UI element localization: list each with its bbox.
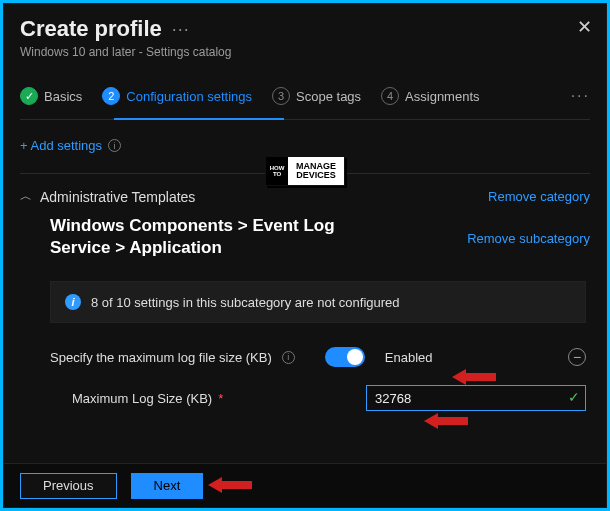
checkmark-icon bbox=[20, 87, 38, 105]
watermark-logo: HOW TO MANAGE DEVICES bbox=[265, 156, 345, 186]
remove-category-link[interactable]: Remove category bbox=[488, 189, 590, 204]
info-icon: i bbox=[65, 294, 81, 310]
required-asterisk: * bbox=[218, 391, 223, 406]
step-basics[interactable]: Basics bbox=[20, 87, 82, 105]
page-title: Create profile bbox=[20, 16, 162, 42]
title-more-icon[interactable]: ··· bbox=[172, 19, 190, 40]
step-label: Scope tags bbox=[296, 89, 361, 104]
logo-text: DEVICES bbox=[296, 171, 336, 180]
enabled-toggle[interactable] bbox=[325, 347, 365, 367]
add-settings-link[interactable]: + Add settings bbox=[20, 138, 102, 153]
active-step-underline bbox=[114, 118, 284, 120]
max-log-size-input[interactable] bbox=[366, 385, 586, 411]
category-title: Administrative Templates bbox=[40, 189, 195, 205]
info-icon[interactable]: i bbox=[108, 139, 121, 152]
step-label: Assignments bbox=[405, 89, 479, 104]
field-label: Maximum Log Size (KB) bbox=[72, 391, 212, 406]
close-icon[interactable]: ✕ bbox=[577, 16, 592, 38]
setting-label: Specify the maximum log file size (KB) bbox=[50, 350, 272, 365]
toggle-state-label: Enabled bbox=[385, 350, 433, 365]
logo-text: TO bbox=[273, 171, 281, 177]
svg-marker-0 bbox=[452, 369, 496, 385]
step-label: Configuration settings bbox=[126, 89, 252, 104]
step-number-icon: 3 bbox=[272, 87, 290, 105]
previous-button[interactable]: Previous bbox=[20, 473, 117, 499]
remove-setting-icon[interactable]: − bbox=[568, 348, 586, 366]
banner-text: 8 of 10 settings in this subcategory are… bbox=[91, 295, 400, 310]
wizard-steps: Basics 2 Configuration settings 3 Scope … bbox=[20, 87, 590, 120]
annotation-arrow-icon bbox=[424, 410, 468, 432]
step-configuration-settings[interactable]: 2 Configuration settings bbox=[102, 87, 252, 105]
info-banner: i 8 of 10 settings in this subcategory a… bbox=[50, 281, 586, 323]
wizard-more-icon[interactable]: ··· bbox=[571, 87, 590, 105]
remove-subcategory-link[interactable]: Remove subcategory bbox=[467, 231, 590, 246]
page-subtitle: Windows 10 and later - Settings catalog bbox=[20, 45, 590, 59]
chevron-up-icon[interactable]: ︿ bbox=[20, 188, 32, 205]
step-assignments[interactable]: 4 Assignments bbox=[381, 87, 479, 105]
step-number-icon: 2 bbox=[102, 87, 120, 105]
valid-checkmark-icon: ✓ bbox=[568, 389, 580, 405]
footer-bar: Previous Next bbox=[4, 463, 606, 507]
breadcrumb: Windows Components > Event Log Service >… bbox=[20, 215, 380, 259]
next-button[interactable]: Next bbox=[131, 473, 204, 499]
step-number-icon: 4 bbox=[381, 87, 399, 105]
step-label: Basics bbox=[44, 89, 82, 104]
info-icon[interactable]: i bbox=[282, 351, 295, 364]
svg-marker-1 bbox=[424, 413, 468, 429]
step-scope-tags[interactable]: 3 Scope tags bbox=[272, 87, 361, 105]
